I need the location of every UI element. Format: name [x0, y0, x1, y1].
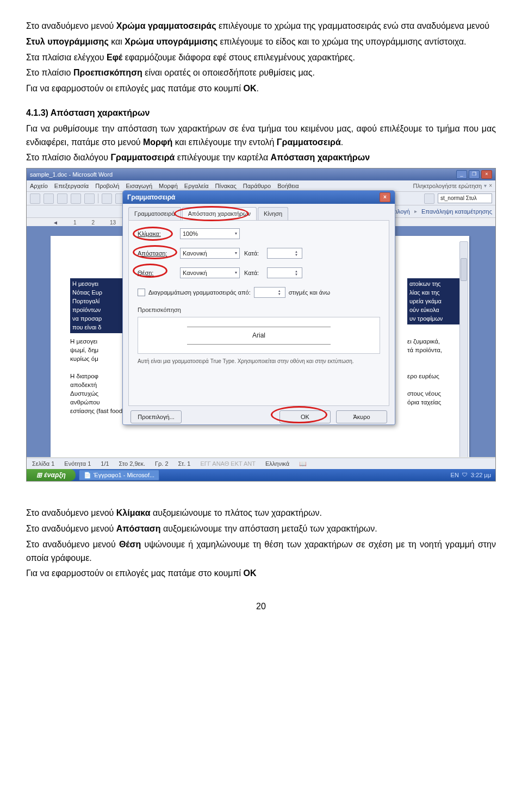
text-bold: Χρώμα υπογράμμισης	[125, 37, 217, 46]
statusbar: Σελίδα 1 Ενότητα 1 1/1 Στο 2,9εκ. Γρ. 2 …	[27, 458, 495, 469]
window-title: sample_1.doc - Microsoft Word	[30, 170, 113, 179]
vertical-scrollbar[interactable]	[459, 241, 468, 457]
menu-file[interactable]: Αρχείο	[30, 182, 48, 191]
font-dialog: Γραμματοσειρά × Γραμματοσειρά Απόσταση χ…	[122, 190, 395, 425]
preview-icon[interactable]	[84, 193, 95, 204]
text: αυξομειώνουμε την απόσταση μεταξύ των χα…	[161, 524, 377, 533]
text: Στο πλαίσιο	[26, 68, 73, 77]
recount-link[interactable]: Επανάληψη καταμέτρησης	[421, 207, 492, 216]
text: επιλέγουμε το χρώμα της γραμματοσειράς ε…	[216, 21, 489, 30]
text-bold: Απόσταση	[116, 524, 161, 533]
menu-help[interactable]: Βοήθεια	[277, 182, 299, 191]
position-combo[interactable]: Κανονική▾	[180, 267, 240, 278]
scroll-thumb[interactable]	[461, 258, 467, 281]
text: είναι ορατές οι οποιεσδήποτε ρυθμίσεις μ…	[142, 68, 315, 77]
tray-language[interactable]: EN	[451, 471, 459, 480]
spacing-label: Απόσταση:	[138, 249, 176, 258]
preview-group-label: Προεπισκόπηση	[138, 305, 380, 315]
tab-font[interactable]: Γραμματοσειρά	[128, 207, 181, 220]
text: αυξομειώνουμε το πλάτος των χαρακτήρων.	[151, 508, 322, 517]
paragraph-3: Στο αναδυόμενο μενού Κλίμακα αυξομειώνου…	[26, 507, 496, 580]
text: .	[257, 84, 259, 93]
text-bold: Εφέ	[107, 53, 122, 62]
text: και	[109, 37, 125, 46]
window-titlebar: sample_1.doc - Microsoft Word _ ❐ ×	[27, 168, 495, 180]
text: Στο αναδυόμενο μενού	[26, 540, 119, 549]
open-icon[interactable]	[44, 193, 54, 204]
text: Για να εφαρμοστούν οι επιλογές μας πατάμ…	[26, 569, 244, 578]
style-combo[interactable]: st_normal Στυλ	[438, 193, 492, 203]
close-button[interactable]: ×	[481, 170, 492, 179]
save-icon[interactable]	[57, 193, 67, 204]
text: Στα πλαίσια ελέγχου	[26, 53, 107, 62]
menu-edit[interactable]: Επεξεργασία	[54, 182, 89, 191]
scale-label: Κλίμακα:	[138, 229, 176, 239]
spacing-by-spinner[interactable]: ▲▼	[267, 248, 302, 259]
cancel-button[interactable]: Άκυρο	[336, 410, 387, 423]
status-indicators: ΕΓΓ ΑΝΑΘ ΕΚΤ ΑΝΤ	[200, 459, 256, 469]
spellcheck-icon[interactable]	[102, 193, 112, 204]
menu-window[interactable]: Παράθυρο	[243, 182, 271, 191]
menu-insert[interactable]: Εισαγωγή	[126, 182, 152, 191]
text: επιλέγουμε το είδος και το χρώμα της υπο…	[217, 37, 467, 46]
body-text: όρια ταχείας	[407, 398, 467, 408]
paragraph-1: Στο αναδυόμενο μενού Χρώμα γραμματοσειρά…	[26, 20, 496, 96]
style-icon[interactable]	[424, 193, 434, 204]
print-icon[interactable]	[71, 193, 81, 204]
windows-logo-icon: ⊞	[36, 470, 42, 480]
section-heading: 4.1.3) Απόσταση χαρακτήρων	[26, 108, 150, 117]
kerning-points-spinner[interactable]: ▲▼	[254, 287, 285, 298]
text-bold: Θέση	[119, 540, 141, 549]
page-number: 20	[26, 600, 496, 614]
text: Για να εφαρμοστούν οι επιλογές μας πατάμ…	[26, 84, 244, 93]
menu-table[interactable]: Πίνακας	[215, 182, 237, 191]
text: Στο πλαίσιο διαλόγου	[26, 153, 110, 162]
menu-view[interactable]: Προβολή	[95, 182, 119, 191]
font-hint-text: Αυτή είναι μια γραμματοσειρά True Type. …	[138, 357, 380, 366]
status-pages: 1/1	[101, 459, 109, 469]
text-bold: Μορφή	[143, 138, 172, 147]
position-by-spinner[interactable]: ▲▼	[267, 267, 302, 278]
status-col: Στ. 1	[178, 459, 191, 469]
text: εφαρμόζουμε διάφορα εφέ στους επιλεγμένο…	[122, 53, 355, 62]
dialog-close-button[interactable]: ×	[380, 192, 390, 202]
start-button[interactable]: ⊞ έναρξη	[27, 469, 76, 481]
close-icon[interactable]: ×	[489, 182, 492, 190]
tab-character-spacing[interactable]: Απόσταση χαρακτήρων	[182, 207, 257, 220]
separator	[98, 193, 98, 203]
window-buttons: _ ❐ ×	[456, 170, 492, 179]
body-text: τά προϊόντα,	[407, 346, 467, 355]
text: Στο αναδυόμενο μενού	[26, 508, 116, 517]
maximize-button[interactable]: ❐	[469, 170, 480, 179]
tray-shield-icon[interactable]: 🛡	[462, 471, 468, 479]
status-language: Ελληνικά	[265, 459, 289, 469]
spacing-combo[interactable]: Κανονική▾	[180, 248, 240, 259]
status-at: Στο 2,9εκ.	[119, 459, 145, 469]
system-tray: EN 🛡 3:22 μμ	[451, 471, 491, 480]
body-text: ερο ευρέως	[407, 372, 467, 382]
menu-tools[interactable]: Εργαλεία	[184, 182, 209, 191]
paragraph-2: Για να ρυθμίσουμε την απόσταση των χαρακ…	[26, 122, 496, 165]
text-bold: ΟΚ	[244, 84, 257, 93]
by-label-2: Κατά:	[244, 268, 263, 278]
ask-question-box[interactable]: Πληκτρολογήστε ερώτηση	[413, 182, 482, 191]
text-bold: Προεπισκόπηση	[73, 68, 142, 77]
text-bold: Γραμματοσειρά	[277, 138, 341, 147]
new-icon[interactable]	[30, 193, 40, 204]
status-section: Ενότητα 1	[64, 459, 91, 469]
status-line: Γρ. 2	[155, 459, 169, 469]
kerning-label: Διαγραμμάτωση γραμματοσειράς από:	[148, 288, 251, 297]
menu-format[interactable]: Μορφή	[159, 182, 178, 191]
default-button[interactable]: Προεπιλογή...	[130, 410, 182, 423]
book-icon[interactable]: 📖	[299, 459, 307, 469]
preview-box: Arial	[138, 317, 380, 354]
tab-text-effects[interactable]: Κίνηση	[258, 207, 288, 220]
dialog-body: Κλίμακα: 100%▾ Απόσταση: Κανονική▾ Κατά:…	[128, 220, 389, 406]
taskbar-item-word[interactable]: 📄 Έγγραφο1 - Microsof...	[79, 470, 159, 480]
dialog-titlebar: Γραμματοσειρά ×	[123, 191, 395, 204]
ok-button[interactable]: OK	[279, 410, 331, 423]
minimize-button[interactable]: _	[456, 170, 467, 179]
dialog-tabs: Γραμματοσειρά Απόσταση χαρακτήρων Κίνηση	[123, 204, 395, 220]
kerning-checkbox[interactable]	[138, 289, 145, 296]
scale-combo[interactable]: 100%▾	[180, 228, 240, 239]
